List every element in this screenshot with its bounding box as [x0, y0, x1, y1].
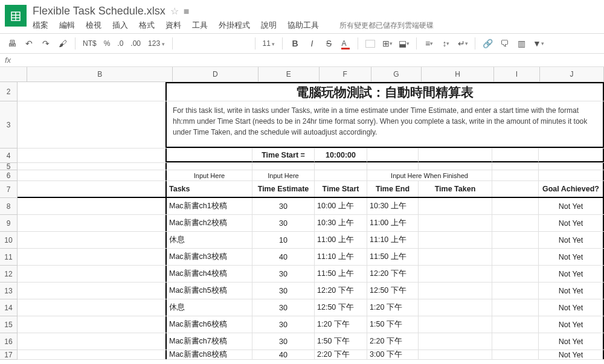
cell-task[interactable]: Mac新書ch1校稿: [165, 198, 252, 214]
cell[interactable]: [492, 333, 539, 350]
col-header-H[interactable]: H: [422, 67, 494, 81]
cell-estimate[interactable]: 10: [252, 232, 315, 248]
menu-format[interactable]: 格式: [139, 20, 155, 31]
row-header[interactable]: 14: [0, 299, 17, 316]
font-size-select[interactable]: 11: [260, 39, 278, 48]
cell-end[interactable]: 12:50 下午: [367, 283, 419, 299]
cell[interactable]: [367, 148, 419, 162]
star-icon[interactable]: ☆: [170, 5, 179, 17]
menu-tools[interactable]: 工具: [192, 20, 208, 31]
cell[interactable]: [18, 198, 165, 214]
cell-task[interactable]: Mac新書ch6校稿: [165, 316, 252, 333]
cell-goal[interactable]: Not Yet: [539, 215, 604, 231]
merge-button[interactable]: ⬓: [397, 36, 411, 51]
cell-goal[interactable]: Not Yet: [539, 350, 604, 359]
menu-data[interactable]: 資料: [165, 20, 181, 31]
col-header-F[interactable]: F: [320, 67, 371, 81]
cell[interactable]: [419, 148, 492, 162]
cell-end[interactable]: 12:20 下午: [367, 266, 419, 282]
row-header[interactable]: 13: [0, 283, 17, 299]
cell-end[interactable]: 11:10 上午: [367, 232, 419, 248]
cell-start[interactable]: 12:50 下午: [315, 299, 367, 316]
cell[interactable]: [165, 148, 252, 162]
cell-goal[interactable]: Not Yet: [539, 333, 604, 350]
input-here-label[interactable]: Input Here: [165, 170, 252, 180]
cell[interactable]: [18, 215, 165, 231]
text-color-button[interactable]: A: [338, 36, 353, 51]
menu-help[interactable]: 說明: [261, 20, 277, 31]
redo-icon[interactable]: ↷: [39, 36, 53, 51]
cell-estimate[interactable]: 40: [252, 350, 315, 359]
increase-decimal-button[interactable]: .00: [128, 39, 143, 48]
cell-end[interactable]: 2:20 下午: [367, 333, 419, 350]
cell[interactable]: [18, 266, 165, 282]
cell-estimate[interactable]: 30: [252, 215, 315, 231]
cell-taken[interactable]: [419, 333, 492, 350]
cell[interactable]: [18, 232, 165, 248]
input-here-finished-label[interactable]: Input Here When Finished: [367, 170, 492, 180]
cell[interactable]: [539, 148, 604, 162]
cell-end[interactable]: 11:00 上午: [367, 215, 419, 231]
cell[interactable]: [492, 316, 539, 333]
cell[interactable]: [492, 299, 539, 316]
filter-button[interactable]: ▼: [531, 36, 545, 51]
cell[interactable]: [18, 170, 165, 180]
cell[interactable]: [18, 299, 165, 316]
cell-task[interactable]: Mac新書ch4校稿: [165, 266, 252, 282]
paint-format-icon[interactable]: 🖌: [56, 36, 70, 51]
sheets-logo[interactable]: [5, 5, 27, 27]
comment-button[interactable]: 🗨: [497, 36, 512, 51]
cell-start[interactable]: 10:00 上午: [315, 198, 367, 214]
menu-insert[interactable]: 插入: [112, 20, 128, 31]
wrap-button[interactable]: ↵: [455, 36, 470, 51]
cell[interactable]: [492, 215, 539, 231]
cell-taken[interactable]: [419, 316, 492, 333]
cell[interactable]: [18, 148, 165, 162]
cell[interactable]: [18, 333, 165, 350]
cell-taken[interactable]: [419, 198, 492, 214]
h-align-button[interactable]: ≡: [422, 36, 436, 51]
bold-button[interactable]: B: [288, 36, 302, 51]
menu-edit[interactable]: 編輯: [59, 20, 75, 31]
header-goal[interactable]: Goal Achieved?: [539, 181, 604, 197]
cell-end[interactable]: 11:50 上午: [367, 249, 419, 265]
instructions-cell[interactable]: For this task list, write in tasks under…: [165, 101, 604, 148]
cell[interactable]: [492, 249, 539, 265]
menu-view[interactable]: 檢視: [86, 20, 101, 31]
cell-end[interactable]: 1:20 下午: [367, 299, 419, 316]
cell-start[interactable]: 11:10 上午: [315, 249, 367, 265]
row-header[interactable]: 5: [0, 163, 17, 170]
col-header-G[interactable]: G: [371, 67, 422, 81]
cell[interactable]: [492, 232, 539, 248]
menu-file[interactable]: 檔案: [33, 20, 48, 31]
row-header[interactable]: 3: [0, 101, 17, 148]
cell-task[interactable]: 休息: [165, 299, 252, 316]
chart-button[interactable]: ▥: [514, 36, 528, 51]
cell-task[interactable]: Mac新書ch2校稿: [165, 215, 252, 231]
cell-task[interactable]: 休息: [165, 232, 252, 248]
cell-taken[interactable]: [419, 299, 492, 316]
cell-estimate[interactable]: 30: [252, 198, 315, 214]
cell-taken[interactable]: [419, 232, 492, 248]
cell-goal[interactable]: Not Yet: [539, 232, 604, 248]
cell[interactable]: [18, 283, 165, 299]
cell-estimate[interactable]: 30: [252, 316, 315, 333]
formula-input[interactable]: [16, 56, 599, 65]
row-header[interactable]: 12: [0, 266, 17, 283]
cell-start[interactable]: 2:20 下午: [315, 350, 367, 359]
cell[interactable]: [18, 249, 165, 265]
cell-goal[interactable]: Not Yet: [539, 198, 604, 214]
borders-button[interactable]: ⊞: [380, 36, 394, 51]
strikethrough-button[interactable]: S: [321, 36, 336, 51]
row-header[interactable]: 11: [0, 249, 17, 266]
row-header[interactable]: 10: [0, 232, 17, 249]
cell-taken[interactable]: [419, 266, 492, 282]
header-taken[interactable]: Time Taken: [419, 181, 492, 197]
print-icon[interactable]: 🖶: [5, 36, 19, 51]
cell-estimate[interactable]: 30: [252, 266, 315, 282]
doc-title[interactable]: Flexible Task Schedule.xlsx: [33, 5, 165, 18]
cell-task[interactable]: Mac新書ch7校稿: [165, 333, 252, 350]
cell-start[interactable]: 11:00 上午: [315, 232, 367, 248]
header-end[interactable]: Time End: [367, 181, 419, 197]
menu-accessibility[interactable]: 協助工具: [288, 20, 319, 31]
